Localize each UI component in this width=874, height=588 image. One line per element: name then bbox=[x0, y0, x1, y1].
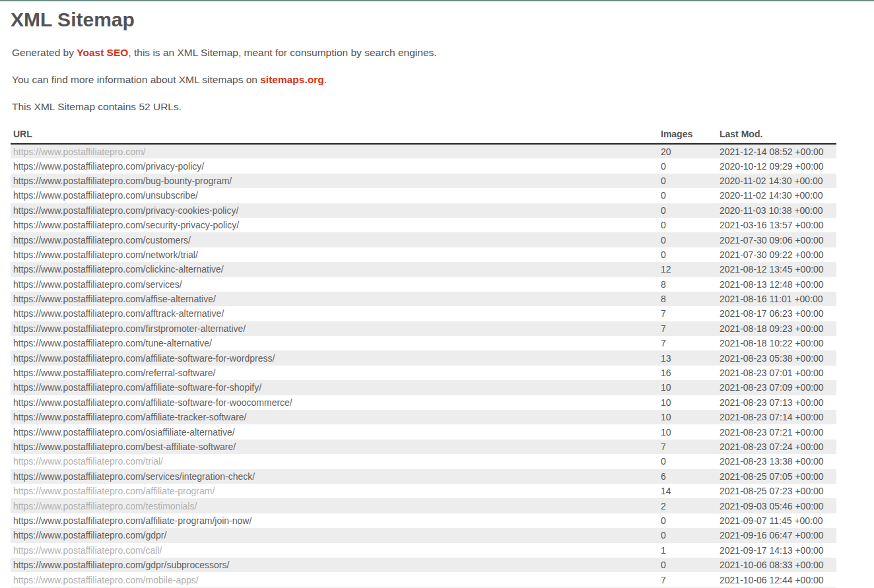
url-cell: https://www.postaffiliatepro.com/testimo… bbox=[11, 498, 658, 513]
url-link[interactable]: https://www.postaffiliatepro.com/call/ bbox=[13, 545, 162, 556]
intro-generated-prefix: Generated by bbox=[12, 47, 77, 58]
url-link[interactable]: https://www.postaffiliatepro.com/mobile-… bbox=[13, 575, 199, 585]
url-cell: https://www.postaffiliatepro.com/affilia… bbox=[11, 513, 658, 528]
url-cell: https://www.postaffiliatepro.com/clickin… bbox=[11, 262, 658, 277]
lastmod-value: 2021-09-07 11:45 +00:00 bbox=[717, 513, 836, 528]
url-cell: https://www.postaffiliatepro.com/ bbox=[11, 144, 658, 158]
table-row: https://www.postaffiliatepro.com/network… bbox=[11, 247, 836, 262]
lastmod-value: 2021-12-14 08:52 +00:00 bbox=[717, 144, 836, 158]
table-row: https://www.postaffiliatepro.com/tune-al… bbox=[11, 336, 836, 350]
url-cell: https://www.postaffiliatepro.com/tune-al… bbox=[11, 336, 658, 350]
url-link[interactable]: https://www.postaffiliatepro.com/affilia… bbox=[13, 486, 215, 496]
url-cell: https://www.postaffiliatepro.com/best-af… bbox=[11, 440, 658, 454]
url-link[interactable]: https://www.postaffiliatepro.com/best-af… bbox=[13, 441, 236, 452]
url-cell: https://www.postaffiliatepro.com/firstpr… bbox=[11, 321, 658, 336]
url-cell: https://www.postaffiliatepro.com/affise-… bbox=[11, 292, 658, 306]
url-cell: https://www.postaffiliatepro.com/afftrac… bbox=[11, 306, 658, 321]
url-link[interactable]: https://www.postaffiliatepro.com/service… bbox=[13, 471, 255, 482]
url-cell: https://www.postaffiliatepro.com/affilia… bbox=[11, 484, 658, 498]
url-link[interactable]: https://www.postaffiliatepro.com/custome… bbox=[13, 235, 191, 245]
table-row: https://www.postaffiliatepro.com/call/ 1… bbox=[11, 543, 836, 558]
sitemaps-org-link[interactable]: sitemaps.org bbox=[260, 74, 323, 85]
images-count: 12 bbox=[658, 262, 717, 277]
lastmod-value: 2021-08-23 07:21 +00:00 bbox=[717, 424, 836, 439]
table-row: https://www.postaffiliatepro.com/gdpr/su… bbox=[11, 558, 836, 572]
images-count: 7 bbox=[658, 306, 717, 321]
url-cell: https://www.postaffiliatepro.com/securit… bbox=[11, 218, 658, 232]
lastmod-value: 2021-08-23 07:24 +00:00 bbox=[717, 440, 836, 454]
url-link[interactable]: https://www.postaffiliatepro.com/privacy… bbox=[13, 205, 238, 216]
url-cell: https://www.postaffiliatepro.com/unsubsc… bbox=[11, 188, 658, 203]
table-row: https://www.postaffiliatepro.com/best-af… bbox=[11, 440, 836, 454]
url-link[interactable]: https://www.postaffiliatepro.com/osiaffi… bbox=[13, 427, 235, 438]
url-cell: https://www.postaffiliatepro.com/custome… bbox=[11, 232, 658, 247]
table-row: https://www.postaffiliatepro.com/clickin… bbox=[11, 262, 836, 277]
url-link[interactable]: https://www.postaffiliatepro.com/affilia… bbox=[13, 412, 247, 422]
images-count: 16 bbox=[658, 366, 717, 380]
images-count: 8 bbox=[658, 277, 717, 292]
url-cell: https://www.postaffiliatepro.com/affilia… bbox=[11, 380, 658, 395]
url-cell: https://www.postaffiliatepro.com/referra… bbox=[11, 366, 658, 380]
intro-info-line: You can find more information about XML … bbox=[12, 74, 836, 86]
intro-generated-suffix: , this is an XML Sitemap, meant for cons… bbox=[128, 47, 436, 58]
lastmod-value: 2021-08-23 07:09 +00:00 bbox=[717, 380, 836, 395]
url-link[interactable]: https://www.postaffiliatepro.com/network… bbox=[13, 249, 198, 260]
url-link[interactable]: https://www.postaffiliatepro.com/service… bbox=[13, 279, 182, 290]
lastmod-value: 2021-08-25 07:23 +00:00 bbox=[717, 484, 836, 498]
images-count: 0 bbox=[658, 528, 717, 542]
url-link[interactable]: https://www.postaffiliatepro.com/clickin… bbox=[13, 264, 224, 275]
lastmod-value: 2021-08-23 07:14 +00:00 bbox=[717, 410, 836, 424]
images-count: 0 bbox=[658, 174, 717, 188]
url-link[interactable]: https://www.postaffiliatepro.com/affilia… bbox=[13, 515, 252, 526]
url-link[interactable]: https://www.postaffiliatepro.com/referra… bbox=[13, 368, 215, 378]
intro-generated-line: Generated by Yoast SEO, this is an XML S… bbox=[12, 47, 836, 59]
url-link[interactable]: https://www.postaffiliatepro.com/gdpr/ bbox=[13, 530, 166, 540]
page-title: XML Sitemap bbox=[11, 8, 836, 32]
images-count: 13 bbox=[658, 350, 717, 365]
table-row: https://www.postaffiliatepro.com/affilia… bbox=[11, 410, 836, 424]
sitemap-page: XML Sitemap Generated by Yoast SEO, this… bbox=[11, 8, 836, 588]
yoast-seo-link[interactable]: Yoast SEO bbox=[77, 47, 128, 58]
column-header-url: URL bbox=[11, 127, 658, 144]
url-link[interactable]: https://www.postaffiliatepro.com/privacy… bbox=[13, 161, 204, 172]
url-link[interactable]: https://www.postaffiliatepro.com/affilia… bbox=[13, 397, 292, 408]
url-link[interactable]: https://www.postaffiliatepro.com/unsubsc… bbox=[13, 190, 198, 201]
images-count: 20 bbox=[658, 144, 717, 158]
images-count: 14 bbox=[658, 484, 717, 498]
url-link[interactable]: https://www.postaffiliatepro.com/affise-… bbox=[13, 294, 216, 304]
table-row: https://www.postaffiliatepro.com/bug-bou… bbox=[11, 174, 836, 188]
images-count: 10 bbox=[658, 380, 717, 395]
images-count: 1 bbox=[658, 543, 717, 558]
url-link[interactable]: https://www.postaffiliatepro.com/ bbox=[13, 147, 146, 157]
column-header-lastmod: Last Mod. bbox=[717, 127, 836, 144]
url-cell: https://www.postaffiliatepro.com/gdpr/ bbox=[11, 528, 658, 542]
url-link[interactable]: https://www.postaffiliatepro.com/gdpr/su… bbox=[13, 560, 229, 570]
url-link[interactable]: https://www.postaffiliatepro.com/testimo… bbox=[13, 501, 197, 511]
intro-info-suffix: . bbox=[324, 74, 327, 85]
url-cell: https://www.postaffiliatepro.com/bug-bou… bbox=[11, 174, 658, 188]
table-row: https://www.postaffiliatepro.com/testimo… bbox=[11, 498, 836, 513]
lastmod-value: 2021-03-16 13:57 +00:00 bbox=[717, 218, 836, 232]
url-link[interactable]: https://www.postaffiliatepro.com/trial/ bbox=[13, 456, 163, 467]
lastmod-value: 2020-11-02 14:30 +00:00 bbox=[717, 174, 836, 188]
table-row: https://www.postaffiliatepro.com/referra… bbox=[11, 366, 836, 380]
lastmod-value: 2021-09-17 14:13 +00:00 bbox=[717, 543, 836, 558]
images-count: 7 bbox=[658, 336, 717, 350]
table-row: https://www.postaffiliatepro.com/ 20 202… bbox=[11, 144, 836, 158]
table-row: https://www.postaffiliatepro.com/gdpr/ 0… bbox=[11, 528, 836, 542]
table-row: https://www.postaffiliatepro.com/custome… bbox=[11, 232, 836, 247]
url-link[interactable]: https://www.postaffiliatepro.com/afftrac… bbox=[13, 308, 224, 319]
images-count: 0 bbox=[658, 558, 717, 572]
url-link[interactable]: https://www.postaffiliatepro.com/bug-bou… bbox=[13, 176, 232, 186]
url-link[interactable]: https://www.postaffiliatepro.com/affilia… bbox=[13, 353, 275, 364]
lastmod-value: 2021-08-25 07:05 +00:00 bbox=[717, 469, 836, 484]
url-cell: https://www.postaffiliatepro.com/affilia… bbox=[11, 350, 658, 365]
url-link[interactable]: https://www.postaffiliatepro.com/firstpr… bbox=[13, 323, 246, 334]
url-cell: https://www.postaffiliatepro.com/privacy… bbox=[11, 158, 658, 173]
table-row: https://www.postaffiliatepro.com/affilia… bbox=[11, 350, 836, 365]
url-link[interactable]: https://www.postaffiliatepro.com/securit… bbox=[13, 220, 239, 230]
table-row: https://www.postaffiliatepro.com/firstpr… bbox=[11, 321, 836, 336]
lastmod-value: 2020-11-03 10:38 +00:00 bbox=[717, 203, 836, 218]
url-link[interactable]: https://www.postaffiliatepro.com/affilia… bbox=[13, 382, 261, 393]
url-link[interactable]: https://www.postaffiliatepro.com/tune-al… bbox=[13, 338, 212, 348]
